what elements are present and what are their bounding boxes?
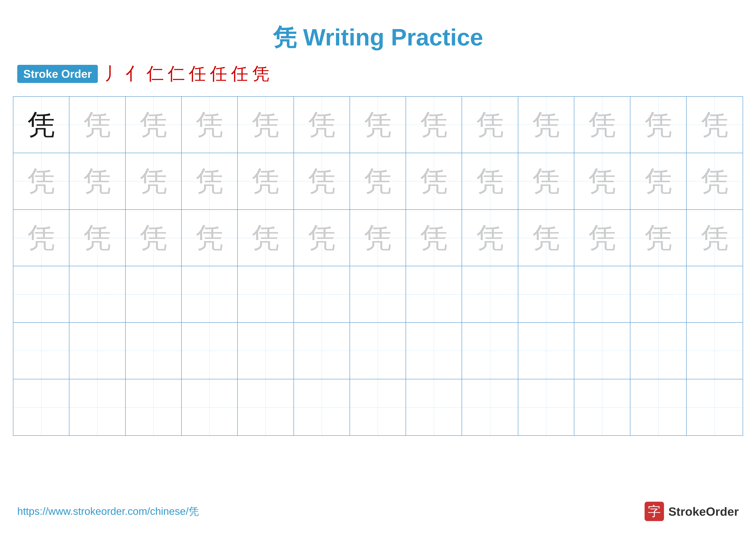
grid-cell[interactable] [126,379,182,435]
grid-cell[interactable] [630,266,687,322]
page-title: 凭 Writing Practice [0,0,756,62]
grid-cell[interactable] [14,266,69,322]
stroke-order-section: Stroke Order 丿 亻 仁 仁 任 任 任 凭 [0,62,756,86]
grid-cell[interactable] [238,266,294,322]
grid-cell[interactable] [14,323,69,379]
grid-cell[interactable] [69,323,125,379]
grid-cell[interactable]: 凭 [350,97,406,153]
footer-url[interactable]: https://www.strokeorder.com/chinese/凭 [17,504,199,518]
grid-cell[interactable]: 凭 [238,210,294,266]
grid-cell[interactable] [238,379,294,435]
grid-cell[interactable] [462,266,518,322]
grid-cell[interactable] [462,323,518,379]
grid-cell[interactable] [350,323,406,379]
logo-icon: 字 [645,502,664,521]
grid-cell[interactable]: 凭 [238,153,294,209]
stroke-2: 亻 [125,62,143,86]
grid-cell[interactable] [350,266,406,322]
grid-cell[interactable] [182,379,238,435]
logo-text: StrokeOrder [668,504,739,519]
grid-cell[interactable]: 凭 [406,210,462,266]
grid-cell[interactable] [630,323,687,379]
grid-cell[interactable] [14,379,69,435]
grid-cell[interactable] [182,266,238,322]
grid-cell[interactable]: 凭 [294,97,350,153]
grid-cell[interactable] [630,379,687,435]
grid-cell[interactable] [126,266,182,322]
grid-cell[interactable]: 凭 [687,97,742,153]
practice-grid: 凭 凭 凭 凭 凭 凭 凭 凭 凭 凭 凭 凭 凭 凭 凭 凭 凭 凭 凭 凭 … [13,96,743,436]
grid-cell[interactable] [574,323,630,379]
grid-cell[interactable]: 凭 [406,97,462,153]
grid-cell[interactable]: 凭 [69,153,125,209]
grid-cell[interactable] [69,266,125,322]
grid-cell[interactable] [182,323,238,379]
grid-row-4 [14,266,742,323]
stroke-1: 丿 [104,62,122,86]
grid-cell[interactable] [126,323,182,379]
grid-cell[interactable]: 凭 [574,153,630,209]
grid-row-5 [14,323,742,379]
grid-cell[interactable]: 凭 [294,153,350,209]
grid-cell[interactable] [238,323,294,379]
grid-cell[interactable]: 凭 [350,153,406,209]
grid-cell[interactable]: 凭 [69,97,125,153]
grid-cell[interactable] [406,379,462,435]
footer-logo: 字 StrokeOrder [645,502,739,521]
grid-cell[interactable] [574,266,630,322]
grid-cell[interactable] [406,323,462,379]
grid-cell[interactable]: 凭 [462,210,518,266]
grid-cell[interactable] [462,379,518,435]
grid-cell[interactable]: 凭 [126,210,182,266]
grid-cell[interactable] [687,379,742,435]
grid-cell[interactable]: 凭 [462,97,518,153]
stroke-sequence: 丿 亻 仁 仁 任 任 任 凭 [104,62,269,86]
grid-cell[interactable]: 凭 [687,210,742,266]
grid-cell[interactable]: 凭 [518,210,574,266]
grid-cell[interactable] [69,379,125,435]
grid-row-1: 凭 凭 凭 凭 凭 凭 凭 凭 凭 凭 凭 凭 凭 [14,97,742,153]
grid-cell[interactable]: 凭 [182,97,238,153]
grid-cell[interactable] [406,266,462,322]
grid-cell[interactable]: 凭 [14,97,69,153]
grid-cell[interactable] [518,323,574,379]
footer: https://www.strokeorder.com/chinese/凭 字 … [0,502,756,521]
stroke-5: 任 [189,62,206,86]
grid-cell[interactable] [294,379,350,435]
grid-cell[interactable] [687,323,742,379]
grid-cell[interactable]: 凭 [69,210,125,266]
grid-cell[interactable]: 凭 [14,153,69,209]
grid-cell[interactable]: 凭 [462,153,518,209]
grid-cell[interactable]: 凭 [630,153,687,209]
grid-row-6 [14,379,742,435]
grid-cell[interactable]: 凭 [630,97,687,153]
grid-row-2: 凭 凭 凭 凭 凭 凭 凭 凭 凭 凭 凭 凭 凭 [14,153,742,210]
stroke-order-badge: Stroke Order [17,65,98,83]
grid-cell[interactable]: 凭 [350,210,406,266]
grid-cell[interactable]: 凭 [687,153,742,209]
stroke-8: 凭 [252,62,269,86]
grid-cell[interactable]: 凭 [294,210,350,266]
grid-cell[interactable] [294,323,350,379]
stroke-7: 任 [231,62,248,86]
grid-cell[interactable]: 凭 [238,97,294,153]
grid-row-3: 凭 凭 凭 凭 凭 凭 凭 凭 凭 凭 凭 凭 凭 [14,210,742,266]
grid-cell[interactable]: 凭 [630,210,687,266]
stroke-6: 任 [210,62,227,86]
grid-cell[interactable] [687,266,742,322]
grid-cell[interactable] [518,266,574,322]
grid-cell[interactable] [518,379,574,435]
grid-cell[interactable] [350,379,406,435]
grid-cell[interactable]: 凭 [518,153,574,209]
grid-cell[interactable]: 凭 [14,210,69,266]
grid-cell[interactable] [294,266,350,322]
grid-cell[interactable]: 凭 [182,153,238,209]
grid-cell[interactable]: 凭 [126,153,182,209]
grid-cell[interactable]: 凭 [182,210,238,266]
grid-cell[interactable] [574,379,630,435]
grid-cell[interactable]: 凭 [126,97,182,153]
grid-cell[interactable]: 凭 [406,153,462,209]
grid-cell[interactable]: 凭 [574,97,630,153]
grid-cell[interactable]: 凭 [518,97,574,153]
grid-cell[interactable]: 凭 [574,210,630,266]
